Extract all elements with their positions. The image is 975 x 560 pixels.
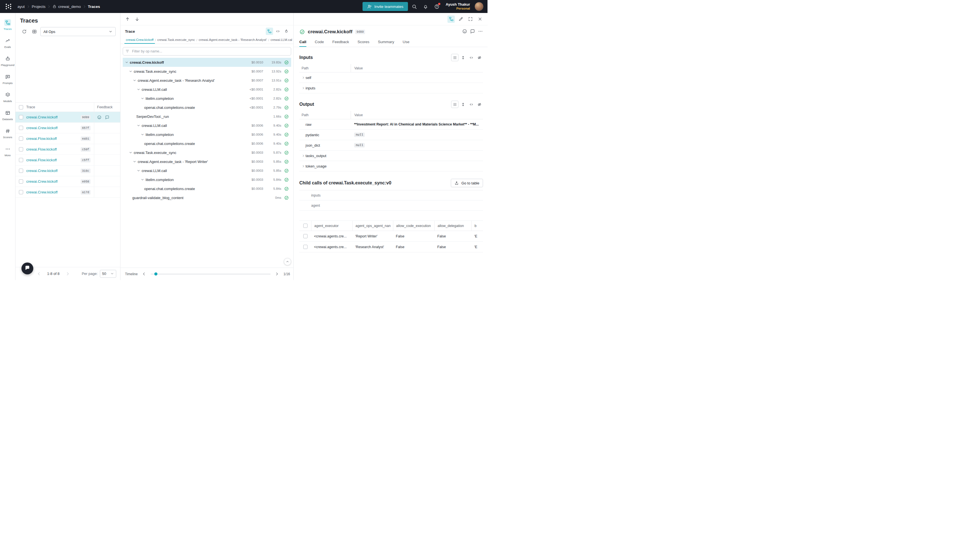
sidebar-item-datasets[interactable]: Datasets xyxy=(0,106,15,124)
chevron-down-icon[interactable] xyxy=(136,123,141,128)
bell-icon[interactable] xyxy=(421,2,431,11)
chevron-down-icon[interactable] xyxy=(140,132,145,137)
timeline-slider[interactable] xyxy=(151,274,270,274)
breadcrumb-page[interactable]: Traces xyxy=(88,5,100,9)
trace-op-link[interactable]: crewai.Crew.kickoff xyxy=(26,179,58,183)
timeline-next-icon[interactable] xyxy=(273,270,281,278)
chevron-down-icon[interactable] xyxy=(136,168,141,173)
table-row[interactable]: crewai.Crew.kickoff 9d89 xyxy=(15,112,120,123)
tab-scores[interactable]: Scores xyxy=(357,37,369,47)
input-row[interactable]: inputs xyxy=(299,83,483,93)
comment-icon[interactable] xyxy=(105,115,109,120)
go-to-table-button[interactable]: Go to table xyxy=(451,179,483,187)
trace-op-link[interactable]: crewai.Crew.kickoff xyxy=(26,190,58,194)
chevron-down-icon[interactable] xyxy=(132,159,137,164)
tab-code[interactable]: Code xyxy=(315,37,324,47)
trace-tree-row[interactable]: openai.chat.completions.create $0.0006 9… xyxy=(123,139,291,148)
table-row[interactable]: crewai.Crew.kickoff 657f xyxy=(15,123,120,133)
sidebar-item-evals[interactable]: Evals xyxy=(0,34,15,52)
call-path-crumb[interactable]: crewai.Crew.kickoff xyxy=(124,36,155,44)
row-checkbox[interactable] xyxy=(19,115,23,119)
chevron-down-icon[interactable] xyxy=(136,87,141,92)
column-header[interactable]: agent_ops_agent_nan xyxy=(352,221,393,231)
columns-icon[interactable] xyxy=(30,27,38,36)
row-checkbox[interactable] xyxy=(19,168,23,173)
output-row[interactable]: pydantic null xyxy=(299,130,483,140)
output-row[interactable]: json_dict null xyxy=(299,140,483,150)
chevron-down-icon[interactable] xyxy=(140,177,145,182)
trace-tree-row[interactable]: SerperDevTool._run 1.66s xyxy=(123,112,291,121)
trace-op-link[interactable]: crewai.Flow.kickoff xyxy=(26,137,57,141)
table-row[interactable]: crewai.Flow.kickoff c5ff xyxy=(15,155,120,165)
row-checkbox[interactable] xyxy=(19,147,23,152)
row-checkbox[interactable] xyxy=(19,179,23,183)
breadcrumb-org[interactable]: ayut xyxy=(17,5,25,9)
trace-tree-row[interactable]: crewai.LLM.call $0.0003 5.85s xyxy=(123,166,291,175)
chat-widget-button[interactable] xyxy=(22,263,33,274)
list-view-icon[interactable] xyxy=(451,54,458,61)
select-all-checkbox[interactable] xyxy=(303,223,307,228)
flame-graph-icon[interactable] xyxy=(283,28,290,35)
sidebar-item-models[interactable]: Models xyxy=(0,88,15,106)
op-filter-input[interactable] xyxy=(123,47,291,55)
row-checkbox[interactable] xyxy=(19,190,23,194)
tab-call[interactable]: Call xyxy=(299,37,306,47)
output-row[interactable]: tasks_output xyxy=(299,150,483,161)
expand-rows-icon[interactable] xyxy=(459,54,467,61)
breadcrumb-projects[interactable]: Projects xyxy=(32,5,46,9)
trace-tree-row[interactable]: openai.chat.completions.create <$0.0001 … xyxy=(123,103,291,112)
tree-view-icon[interactable] xyxy=(447,15,455,23)
row-checkbox[interactable] xyxy=(19,126,23,130)
table-row[interactable]: crewai.Flow.kickoff c59f xyxy=(15,144,120,155)
call-path-crumb[interactable]: crewai.Agent.execute_task - 'Research An… xyxy=(197,36,268,44)
code-view-icon[interactable] xyxy=(274,28,282,35)
comment-icon[interactable] xyxy=(470,29,475,35)
chevron-down-icon[interactable] xyxy=(140,96,145,101)
next-page-icon[interactable] xyxy=(64,270,72,277)
trace-tree-row[interactable]: crewai.Task.execute_sync $0.0007 13.92s xyxy=(123,67,291,76)
column-header[interactable]: b xyxy=(471,221,483,231)
row-checkbox[interactable] xyxy=(303,234,307,238)
trace-tree-row[interactable]: litellm.completion <$0.0001 2.82s xyxy=(123,94,291,103)
timeline-prev-icon[interactable] xyxy=(140,270,148,278)
sidebar-item-scorers[interactable]: Scorers xyxy=(0,124,15,142)
chevron-down-icon[interactable] xyxy=(129,69,133,73)
trace-tree-row[interactable]: crewai.Task.execute_sync $0.0003 5.87s xyxy=(123,148,291,157)
table-row[interactable]: crewai.Flow.kickoff eab1 xyxy=(15,133,120,144)
expand-rows-icon[interactable] xyxy=(459,101,467,108)
chevron-right-icon[interactable] xyxy=(299,164,306,168)
row-checkbox[interactable] xyxy=(19,158,23,162)
table-row[interactable]: crewai.Crew.kickoff e058 xyxy=(15,176,120,187)
chevron-down-icon[interactable] xyxy=(132,78,137,83)
help-icon[interactable] xyxy=(432,2,442,11)
trace-op-link[interactable]: crewai.Crew.kickoff xyxy=(26,115,58,119)
chevron-right-icon[interactable] xyxy=(299,86,306,90)
sidebar-item-playground[interactable]: Playground xyxy=(0,52,15,70)
timeline-slider-handle[interactable] xyxy=(154,272,157,275)
trace-tree-row[interactable]: guardrail-validate_blog_content 0ms xyxy=(123,193,291,202)
sidebar-item-traces[interactable]: Traces xyxy=(0,16,15,34)
call-path-crumb[interactable]: crewai.Task.execute_sync xyxy=(156,36,196,44)
trace-tree-row[interactable]: litellm.completion $0.0006 9.40s xyxy=(123,130,291,139)
close-icon[interactable] xyxy=(476,15,484,23)
sidebar-item-prompts[interactable]: Prompts xyxy=(0,70,15,88)
invite-teammates-button[interactable]: Invite teammates xyxy=(362,2,408,11)
input-row[interactable]: self xyxy=(299,72,483,83)
trace-tree-row[interactable]: openai.chat.completions.create $0.0003 5… xyxy=(123,184,291,193)
add-reaction-icon[interactable] xyxy=(462,29,467,35)
scroll-to-top-button[interactable] xyxy=(284,258,291,265)
chevron-down-icon[interactable] xyxy=(129,150,133,155)
table-row[interactable]: <crewai.agents.cre... 'Research Analyst'… xyxy=(299,242,483,252)
breadcrumb-project[interactable]: crewai_demo xyxy=(52,5,81,9)
trace-tree-row[interactable]: crewai.Agent.execute_task - 'Report Writ… xyxy=(123,157,291,166)
user-menu[interactable]: Ayush Thakur Personal xyxy=(446,2,470,10)
chevron-right-icon[interactable] xyxy=(299,154,306,158)
table-row[interactable]: crewai.Crew.kickoff 316c xyxy=(15,165,120,176)
avatar[interactable] xyxy=(474,2,484,11)
hide-values-icon[interactable] xyxy=(476,54,483,61)
refresh-icon[interactable] xyxy=(20,27,28,36)
list-view-icon[interactable] xyxy=(451,101,458,108)
trace-op-link[interactable]: crewai.Crew.kickoff xyxy=(26,168,58,173)
trace-tree-row[interactable]: litellm.completion $0.0003 5.84s xyxy=(123,175,291,184)
arrow-up-icon[interactable] xyxy=(123,15,132,23)
